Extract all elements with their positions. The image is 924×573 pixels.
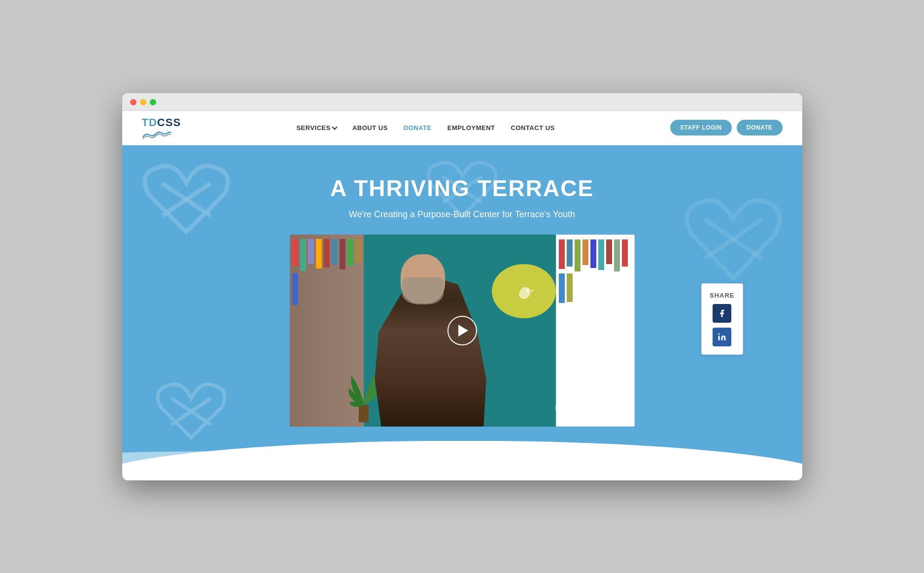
nav-item-contact[interactable]: CONTACT US — [511, 123, 555, 132]
dot-green[interactable] — [150, 99, 156, 105]
donate-button[interactable]: DONATE — [737, 120, 783, 135]
hero-section: A THRIVING TERRACE We're Creating a Purp… — [122, 145, 802, 480]
logo[interactable]: TDCSS — [142, 116, 181, 139]
staff-login-button[interactable]: STAFF LOGIN — [670, 120, 732, 135]
page-content: TDCSS SERVICES ABOUT US — [122, 111, 802, 480]
deco-heart-bottom-left — [147, 372, 236, 451]
nav-link-contact[interactable]: CONTACT US — [511, 124, 555, 132]
svg-point-9 — [526, 289, 529, 292]
video-container[interactable]: Sean Bujtas Mayor - City of Terrace — [290, 235, 635, 427]
browser-window: TDCSS SERVICES ABOUT US — [122, 93, 802, 480]
bird-icon — [507, 276, 541, 306]
caption-title: Mayor - City of Terrace — [555, 404, 624, 412]
navbar: TDCSS SERVICES ABOUT US — [122, 111, 802, 145]
linkedin-icon — [718, 333, 726, 341]
share-box: SHARE — [701, 283, 743, 355]
caption-name: Sean Bujtas — [555, 394, 624, 404]
nav-link-about[interactable]: ABOUT US — [352, 124, 388, 132]
svg-line-7 — [171, 398, 211, 424]
share-label: SHARE — [710, 292, 735, 299]
person-figure — [359, 254, 507, 427]
svg-line-4 — [705, 219, 762, 259]
browser-chrome — [122, 93, 802, 111]
svg-line-5 — [705, 219, 762, 259]
chevron-down-icon — [332, 124, 337, 130]
nav-item-services[interactable]: SERVICES — [296, 124, 337, 132]
nav-item-employment[interactable]: EMPLOYMENT — [447, 123, 495, 132]
nav-buttons: STAFF LOGIN DONATE — [670, 120, 782, 135]
logo-text: TDCSS — [142, 116, 181, 129]
share-linkedin-button[interactable] — [713, 328, 731, 346]
browser-dots — [130, 99, 794, 105]
video-caption: Sean Bujtas Mayor - City of Terrace — [555, 394, 624, 412]
dot-yellow[interactable] — [140, 99, 146, 105]
nav-link-services[interactable]: SERVICES — [296, 124, 331, 132]
play-icon — [458, 325, 468, 337]
logo-waves-icon — [142, 130, 171, 139]
nav-item-about[interactable]: ABOUT US — [352, 123, 388, 132]
nav-link-employment[interactable]: EMPLOYMENT — [447, 124, 495, 132]
hero-wave-1 — [122, 441, 802, 480]
nav-links: SERVICES ABOUT US DONATE EMPLOYMENT CONT… — [296, 123, 554, 132]
play-button[interactable] — [447, 316, 477, 345]
dot-red[interactable] — [130, 99, 137, 105]
share-facebook-button[interactable] — [713, 304, 731, 323]
svg-point-11 — [719, 333, 720, 335]
facebook-icon — [718, 309, 726, 318]
nav-link-donate[interactable]: DONATE — [404, 124, 432, 132]
video-thumbnail[interactable]: Sean Bujtas Mayor - City of Terrace — [290, 235, 635, 427]
hero-title: A THRIVING TERRACE — [132, 175, 792, 202]
svg-line-6 — [171, 398, 211, 424]
nav-item-donate[interactable]: DONATE — [404, 123, 432, 132]
hero-subtitle: We're Creating a Purpose-Built Center fo… — [132, 209, 792, 220]
